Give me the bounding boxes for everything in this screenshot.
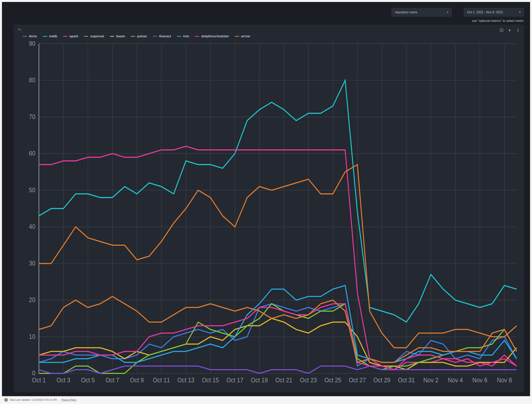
svg-text:Oct 3: Oct 3 bbox=[57, 377, 70, 384]
legend-item-beam[interactable]: beam bbox=[110, 34, 125, 38]
chart-card: dorisiotdbsparksupersetbeampulsarfinerac… bbox=[14, 25, 524, 392]
legend-swatch bbox=[195, 36, 199, 37]
separator: | bbox=[59, 398, 59, 401]
legend-item-doris[interactable]: doris bbox=[23, 34, 37, 38]
undo-icon[interactable] bbox=[18, 28, 22, 32]
legend-item-tvm[interactable]: tvm bbox=[177, 34, 189, 38]
svg-text:50: 50 bbox=[29, 186, 35, 194]
svg-text:30: 30 bbox=[29, 260, 35, 267]
last-updated-label: Data Last Updated: 11/10/2022 5:51:41 PM bbox=[10, 398, 57, 401]
daterange-dropdown-label: Oct 1, 2022 - Nov 9, 2022 bbox=[467, 11, 503, 14]
svg-point-2 bbox=[518, 30, 518, 31]
svg-text:Oct 25: Oct 25 bbox=[324, 377, 341, 384]
legend-item-dolphinscheduler[interactable]: dolphinscheduler bbox=[195, 34, 229, 38]
svg-text:Nov 8: Nov 8 bbox=[497, 377, 512, 384]
repository-dropdown-label: repository name bbox=[395, 11, 417, 14]
legend-swatch bbox=[63, 36, 67, 37]
legend-item-fineract[interactable]: fineract bbox=[153, 34, 171, 38]
privacy-link[interactable]: Privacy Policy bbox=[61, 398, 76, 401]
legend-label: doris bbox=[29, 34, 37, 38]
bolt-badge-icon: ⚡ bbox=[4, 398, 8, 402]
legend-swatch bbox=[177, 36, 181, 37]
legend-item-spark[interactable]: spark bbox=[63, 34, 78, 38]
svg-text:90: 90 bbox=[29, 40, 35, 47]
chevron-down-icon bbox=[447, 12, 448, 13]
metric-hint: use "optional metrics" to select metric bbox=[14, 19, 524, 23]
svg-text:Oct 11: Oct 11 bbox=[153, 377, 170, 384]
legend-swatch bbox=[23, 36, 27, 37]
svg-text:60: 60 bbox=[29, 150, 35, 157]
svg-text:Oct 29: Oct 29 bbox=[374, 377, 390, 384]
svg-text:Oct 15: Oct 15 bbox=[202, 377, 219, 384]
svg-text:10: 10 bbox=[29, 333, 35, 340]
legend-swatch bbox=[84, 36, 88, 37]
legend-swatch bbox=[131, 36, 135, 37]
legend-label: spark bbox=[69, 34, 78, 38]
chart-config-icon[interactable] bbox=[500, 28, 503, 32]
series-line-beam[interactable] bbox=[39, 318, 517, 370]
top-controls: repository name Oct 1, 2022 - Nov 9, 202… bbox=[14, 8, 524, 17]
legend-item-superset[interactable]: superset bbox=[84, 34, 104, 38]
svg-text:Oct 7: Oct 7 bbox=[106, 377, 119, 384]
legend-swatch bbox=[153, 36, 157, 37]
legend-swatch bbox=[43, 36, 47, 37]
chart-legend: dorisiotdbsparksupersetbeampulsarfinerac… bbox=[17, 33, 521, 39]
svg-point-1 bbox=[518, 29, 518, 30]
series-line-iotdb[interactable] bbox=[39, 80, 517, 322]
svg-text:Nov 2: Nov 2 bbox=[424, 377, 438, 384]
svg-point-3 bbox=[518, 31, 518, 32]
legend-label: arrow bbox=[241, 34, 250, 38]
svg-text:70: 70 bbox=[29, 113, 35, 120]
dashboard-panel: repository name Oct 1, 2022 - Nov 9, 202… bbox=[2, 2, 530, 396]
kebab-menu-icon[interactable] bbox=[516, 28, 520, 32]
series-line-doris[interactable] bbox=[39, 304, 517, 366]
legend-label: tvm bbox=[183, 34, 189, 38]
svg-text:Oct 5: Oct 5 bbox=[81, 377, 95, 384]
series-line-spark[interactable] bbox=[39, 146, 517, 370]
svg-text:Oct 9: Oct 9 bbox=[130, 377, 144, 384]
svg-text:Oct 27: Oct 27 bbox=[349, 377, 366, 384]
repository-dropdown[interactable]: repository name bbox=[391, 8, 452, 17]
svg-text:80: 80 bbox=[29, 77, 35, 84]
card-toolbar bbox=[17, 27, 521, 33]
legend-item-pulsar[interactable]: pulsar bbox=[131, 34, 147, 38]
legend-item-iotdb[interactable]: iotdb bbox=[43, 34, 57, 38]
chart-plot-area[interactable]: 0102030405060708090Oct 1Oct 3Oct 5Oct 7O… bbox=[17, 39, 521, 388]
legend-label: beam bbox=[116, 34, 125, 38]
footer: ⚡ Data Last Updated: 11/10/2022 5:51:41 … bbox=[0, 396, 532, 404]
legend-label: dolphinscheduler bbox=[201, 34, 229, 38]
daterange-dropdown[interactable]: Oct 1, 2022 - Nov 9, 2022 bbox=[464, 8, 524, 17]
svg-text:40: 40 bbox=[29, 223, 35, 230]
legend-label: fineract bbox=[159, 34, 171, 38]
series-line-arrow[interactable] bbox=[39, 296, 517, 362]
legend-swatch bbox=[235, 36, 239, 37]
svg-text:Oct 23: Oct 23 bbox=[300, 377, 317, 384]
svg-text:Nov 6: Nov 6 bbox=[472, 377, 488, 384]
svg-text:Oct 21: Oct 21 bbox=[275, 377, 292, 384]
legend-label: pulsar bbox=[137, 34, 147, 38]
svg-text:Oct 17: Oct 17 bbox=[226, 377, 243, 384]
svg-text:Oct 31: Oct 31 bbox=[398, 377, 415, 384]
svg-text:Nov 4: Nov 4 bbox=[448, 377, 463, 384]
legend-label: superset bbox=[90, 34, 104, 38]
svg-text:Oct 1: Oct 1 bbox=[32, 377, 46, 384]
bolt-icon[interactable] bbox=[508, 28, 512, 32]
chevron-down-icon bbox=[519, 12, 521, 13]
series-line-fineract[interactable] bbox=[39, 366, 517, 373]
svg-text:Oct 19: Oct 19 bbox=[251, 377, 268, 384]
svg-text:Oct 13: Oct 13 bbox=[177, 377, 195, 384]
legend-label: iotdb bbox=[49, 34, 57, 38]
svg-text:0: 0 bbox=[32, 370, 35, 377]
legend-item-arrow[interactable]: arrow bbox=[235, 34, 250, 38]
legend-swatch bbox=[110, 36, 114, 37]
svg-text:20: 20 bbox=[29, 296, 35, 304]
